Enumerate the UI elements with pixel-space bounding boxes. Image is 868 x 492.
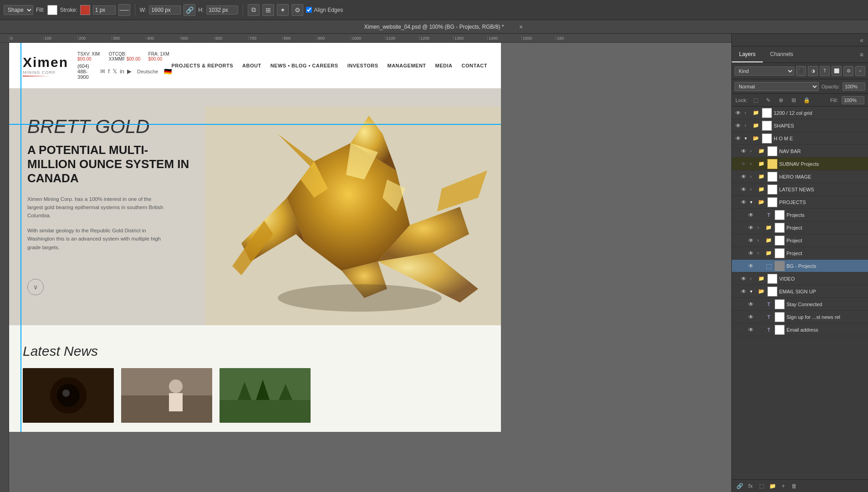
transform-icon[interactable]: ⧉	[248, 4, 260, 16]
layer-item-latestnews[interactable]: 👁 › 📁 LATEST NEWS	[732, 183, 868, 196]
layer-visibility-bgprojects[interactable]: 👁	[746, 261, 756, 271]
add-mask-icon[interactable]: ⬚	[757, 482, 766, 490]
lock-transform-icon[interactable]: ⊕	[776, 96, 786, 105]
layer-item-projects-text[interactable]: 👁 T Projects	[732, 209, 868, 221]
tab-channels[interactable]: Channels	[763, 46, 801, 62]
width-input[interactable]	[149, 5, 181, 15]
lock-all-icon[interactable]: 🔒	[802, 96, 811, 105]
layer-item-video[interactable]: 👁 › 📁 VIDEO	[732, 272, 868, 285]
layer-expand-latestnews[interactable]: ›	[750, 187, 756, 192]
canvas-area[interactable]: 0 100 200 300 400 500 600 700 800 900 10…	[0, 34, 731, 492]
layer-visibility-stayconnected[interactable]: 👁	[746, 300, 756, 309]
close-button[interactable]: ×	[519, 23, 523, 31]
layer-item-signuptext[interactable]: 👁 T Sign up for ...st news rel	[732, 311, 868, 323]
layer-expand-project2[interactable]: ›	[757, 238, 763, 243]
nav-management[interactable]: MANAGEMENT	[388, 63, 426, 68]
layer-visibility-project3[interactable]: 👁	[746, 249, 756, 258]
layer-item-stayconnected[interactable]: 👁 T Stay Connected	[732, 298, 868, 311]
layer-expand-home[interactable]: ▾	[745, 136, 750, 141]
layer-item-emailsignup[interactable]: 👁 ▾ 📂 EMAIL SIGN UP	[732, 285, 868, 298]
align-edges-checkbox[interactable]	[306, 7, 312, 13]
nav-news[interactable]: NEWS • BLOG • CAREERS	[271, 63, 338, 68]
type-filter-icon[interactable]: T	[820, 66, 830, 76]
layer-expand-video[interactable]: ›	[750, 276, 756, 281]
stroke-swatch[interactable]	[80, 5, 90, 15]
shape-tool-select[interactable]: Shape	[4, 5, 33, 15]
layer-expand-emailsignup[interactable]: ▾	[750, 289, 756, 294]
layer-visibility-project1[interactable]: 👁	[746, 223, 756, 232]
layer-visibility-projects[interactable]: 👁	[739, 198, 748, 207]
layer-visibility-projects-text[interactable]: 👁	[746, 210, 756, 220]
nav-projects[interactable]: PROJECTS & REPORTS	[172, 63, 234, 68]
layer-item-bgprojects[interactable]: 👁 ⬚ BG - Projects	[732, 260, 868, 272]
layer-item-project1[interactable]: 👁 › 📁 Project	[732, 221, 868, 234]
layer-visibility-project2[interactable]: 👁	[746, 236, 756, 245]
facebook-icon[interactable]: f	[108, 68, 110, 75]
layer-item-home[interactable]: 👁 ▾ 📂 H O M E	[732, 132, 868, 145]
email-icon[interactable]: ✉	[100, 68, 105, 75]
layer-expand-projects[interactable]: ▾	[750, 200, 756, 205]
layer-expand-subnav[interactable]: ›	[750, 161, 756, 166]
layer-expand-project1[interactable]: ›	[757, 225, 763, 230]
layer-visibility-home[interactable]: 👁	[734, 134, 743, 143]
layer-visibility-grid[interactable]: 👁	[734, 108, 743, 118]
layer-item-projects[interactable]: 👁 ▾ 📂 PROJECTS	[732, 196, 868, 209]
scroll-down-button[interactable]: ∨	[27, 279, 44, 295]
link-toggle[interactable]: 🔗	[184, 4, 195, 16]
pixel-filter-icon[interactable]: ⬛	[796, 66, 806, 76]
youtube-icon[interactable]: ▶	[127, 68, 132, 75]
fill-swatch[interactable]	[47, 5, 57, 15]
nav-investors[interactable]: INVESTORS	[347, 63, 378, 68]
layer-visibility-emailsignup[interactable]: 👁	[739, 287, 748, 296]
smart-filter-icon[interactable]: ⚙	[843, 66, 853, 76]
fill-input[interactable]	[842, 96, 864, 104]
layer-item-grid[interactable]: 👁 › 📁 1200 / 12 col grid	[732, 107, 868, 119]
layer-item-subnav[interactable]: 👁 › 📁 SUBNAV Projects	[732, 158, 868, 170]
layer-item-project3[interactable]: 👁 › 📁 Project	[732, 247, 868, 260]
layer-kind-select[interactable]: Kind	[735, 67, 794, 76]
shape-filter-icon[interactable]: ⬜	[832, 66, 842, 76]
layer-expand-grid[interactable]: ›	[745, 110, 750, 115]
lock-position-icon[interactable]: ✎	[764, 96, 773, 105]
height-input[interactable]	[206, 5, 238, 15]
nav-media[interactable]: MEDIA	[435, 63, 453, 68]
link-layers-icon[interactable]: 🔗	[735, 482, 744, 490]
settings-icon[interactable]: ⚙	[291, 4, 303, 16]
nav-contact[interactable]: CONTACT	[462, 63, 487, 68]
tab-layers[interactable]: Layers	[732, 46, 763, 62]
layer-visibility-subnav[interactable]: 👁	[739, 159, 748, 169]
layer-visibility-latestnews[interactable]: 👁	[739, 185, 748, 194]
linkedin-icon[interactable]: in	[120, 68, 124, 75]
layer-visibility-signuptext[interactable]: 👁	[746, 313, 756, 322]
opacity-input[interactable]	[842, 82, 865, 91]
layer-visibility-shapes[interactable]: 👁	[734, 121, 743, 130]
layer-item-shapes[interactable]: 👁 › 📁 SHAPES	[732, 119, 868, 132]
layer-expand-navbar[interactable]: ›	[750, 149, 756, 154]
nav-about[interactable]: ABOUT	[242, 63, 261, 68]
panel-menu-button[interactable]: ≡	[855, 46, 868, 62]
layer-item-navbar[interactable]: 👁 › 📁 NAV BAR	[732, 145, 868, 158]
layer-expand-shapes[interactable]: ›	[745, 123, 750, 128]
layer-visibility-video[interactable]: 👁	[739, 274, 748, 283]
layer-item-project2[interactable]: 👁 › 📁 Project	[732, 234, 868, 247]
add-style-icon[interactable]: fx	[746, 482, 755, 490]
blend-mode-select[interactable]: Normal	[735, 82, 819, 91]
warp-icon[interactable]: ✦	[277, 4, 289, 16]
new-layer-icon[interactable]: +	[779, 482, 787, 490]
layer-visibility-emailaddress[interactable]: 👁	[746, 325, 756, 334]
filter-toggle[interactable]: ●	[855, 66, 865, 76]
adjustment-filter-icon[interactable]: ◑	[808, 66, 818, 76]
panel-collapse-button[interactable]: «	[860, 36, 863, 44]
align-icon[interactable]: ⊞	[262, 4, 274, 16]
layer-expand-heroimage[interactable]: ›	[750, 174, 756, 179]
delete-layer-icon[interactable]: 🗑	[790, 482, 798, 490]
new-group-icon[interactable]: 📁	[768, 482, 776, 490]
lock-pixels-icon[interactable]: ⬚	[751, 96, 760, 105]
twitter-icon[interactable]: 𝕏	[112, 68, 117, 75]
stroke-style-select[interactable]: ──	[118, 4, 130, 16]
stroke-size-input[interactable]	[93, 5, 116, 15]
layer-expand-project3[interactable]: ›	[757, 251, 763, 256]
layer-visibility-heroimage[interactable]: 👁	[739, 172, 748, 181]
layer-visibility-navbar[interactable]: 👁	[739, 147, 748, 156]
lock-artboards-icon[interactable]: ⊞	[789, 96, 798, 105]
